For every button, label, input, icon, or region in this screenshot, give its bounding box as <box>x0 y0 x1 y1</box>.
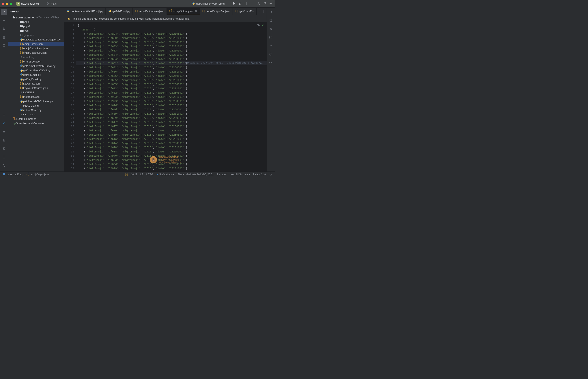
code-content[interactable]: { "2615": [ { "leftEmoji": "1fa84", "rig… <box>76 22 266 172</box>
project-tool-button[interactable] <box>1 9 7 15</box>
status-bar: downloadEmoji › emojiOutput.json {↓} 10:… <box>0 172 275 177</box>
services-tool-button[interactable] <box>1 137 7 143</box>
tree-item[interactable]: ›svgs <box>8 29 64 33</box>
more-tools-button[interactable] <box>1 51 7 57</box>
more-tabs-button[interactable]: ⋮ <box>262 10 265 13</box>
tree-item[interactable]: patchWordsToChinese.py <box>8 99 64 103</box>
editor-tab[interactable]: getAnimationWebPEmoji.py <box>64 8 106 15</box>
run-button[interactable] <box>233 2 236 6</box>
indent-status[interactable]: 2 spaces* <box>217 173 227 176</box>
tree-item[interactable]: getCountFromJSON.py <box>8 68 64 73</box>
project-name[interactable]: downloadEmoji <box>21 2 39 5</box>
line-number-gutter[interactable]: 1234567891011121314151617181920212223242… <box>64 22 76 172</box>
tree-item[interactable]: emojiOutput.json <box>8 42 64 46</box>
vcs-tool-button[interactable] <box>1 163 7 168</box>
breadcrumb-file[interactable]: emojiOutput.json <box>31 173 49 176</box>
minimize-window-button[interactable] <box>6 3 8 5</box>
chevron-down-icon[interactable]: ⌄ <box>259 10 261 13</box>
inspection-ok-icon[interactable] <box>261 24 265 28</box>
tree-item[interactable]: reduceSame.py <box>8 108 64 112</box>
close-window-button[interactable] <box>2 3 4 5</box>
breadcrumb-project[interactable]: downloadEmoji <box>7 173 23 176</box>
key-promoter-button[interactable] <box>268 60 274 65</box>
json-icon <box>20 51 23 54</box>
run-configuration[interactable]: getAnimationWebPEmoji ⌄ <box>192 2 229 6</box>
debug-button[interactable] <box>238 2 242 6</box>
code-with-me-button[interactable] <box>257 2 261 6</box>
tree-item[interactable]: emojiOutputNew.json <box>8 46 64 50</box>
tree-item[interactable]: ›pngs <box>8 20 64 24</box>
maximize-window-button[interactable] <box>10 3 12 5</box>
settings-button[interactable] <box>269 2 273 6</box>
python-icon <box>108 9 111 13</box>
interpreter-status[interactable]: Python 3.10 <box>253 173 266 176</box>
editor-tab[interactable]: emojiOutput.json✕ <box>167 8 200 15</box>
bookmarks-tool-button[interactable] <box>1 43 7 48</box>
tree-root[interactable]: ⌄ downloadEmoji ~/Documents/GitRepo <box>8 15 64 20</box>
json-nav-icon[interactable]: {↓} <box>125 173 128 176</box>
tree-item[interactable]: getMixEmoji.py <box>8 73 64 77</box>
blame-status[interactable]: Blame: Mintimate 2024/1/6, 00:01 <box>178 173 214 176</box>
coverage-button[interactable] <box>268 43 274 48</box>
tree-label: getAnimationWebPEmoji.py <box>23 64 56 67</box>
line-separator[interactable]: LF <box>140 173 143 176</box>
tree-item[interactable]: svg_raw.txt <box>8 112 64 117</box>
tree-item[interactable]: .gitignore <box>8 33 64 37</box>
structure-tool-button[interactable] <box>1 34 7 40</box>
tree-item[interactable]: emojiOutputSet.json <box>8 50 64 55</box>
problems-tool-button[interactable] <box>1 154 7 160</box>
file-encoding[interactable]: UTF-8 <box>146 173 153 176</box>
tree-item[interactable]: dataClearLoadMetaData.json.py <box>8 37 64 42</box>
chevron-right-icon[interactable]: › <box>10 118 12 120</box>
tree-label: emojiOutputNew.json <box>23 47 48 50</box>
todo-tool-button[interactable] <box>1 112 7 118</box>
svg-point-36 <box>271 29 271 29</box>
tree-arrow[interactable]: › <box>17 21 20 23</box>
lock-icon[interactable] <box>269 173 272 176</box>
cursor-position[interactable]: 10:29 <box>131 173 137 176</box>
more-actions-button[interactable] <box>245 2 248 6</box>
vcs-status[interactable]: ▲ 5 ∆/up-to-date <box>156 173 175 176</box>
python-console-button[interactable] <box>1 121 7 126</box>
database-tool-button[interactable] <box>268 18 274 23</box>
tree-item[interactable]: errorJSON.json <box>8 59 64 64</box>
vcs-branch[interactable]: main ⌄ <box>46 2 59 6</box>
editor-tab[interactable]: emojiOutputNew.json <box>133 8 167 15</box>
code-editor[interactable]: 1234567891011121314151617181920212223242… <box>64 22 266 172</box>
tree-arrow[interactable]: › <box>17 25 20 28</box>
editor-tab[interactable]: getCountFro <box>233 8 257 15</box>
project-panel-title[interactable]: Project ⌄ <box>8 8 64 15</box>
commit-tool-button[interactable] <box>1 18 7 23</box>
notifications-button[interactable] <box>268 9 274 15</box>
project-tree[interactable]: ⌄ downloadEmoji ~/Documents/GitRepo ›png… <box>8 15 64 172</box>
ai-assistant-button[interactable] <box>268 26 274 32</box>
timeline-button[interactable] <box>268 51 274 57</box>
tree-item[interactable]: metadata.json <box>8 95 64 99</box>
editor-tab[interactable]: getMixEmoji.py <box>106 8 133 15</box>
json-path-button[interactable]: {...} <box>268 34 274 40</box>
close-tab-button[interactable]: ✕ <box>195 10 197 13</box>
chevron-down-icon[interactable]: ⌄ <box>10 16 12 19</box>
tree-item[interactable]: error1.log <box>8 55 64 59</box>
tree-item[interactable]: getSvgEmoji.py <box>8 77 64 81</box>
search-everywhere-button[interactable] <box>263 2 266 6</box>
tree-item[interactable]: keywordsSource.json <box>8 86 64 90</box>
editor-tab[interactable]: emojiOutputSet.json <box>200 8 233 15</box>
tree-external-libraries[interactable]: › External Libraries <box>8 117 64 121</box>
tree-item[interactable]: M↓README.md <box>8 103 64 108</box>
schema-status[interactable]: No JSON schema <box>231 173 250 176</box>
tree-item[interactable]: LICENSE <box>8 90 64 95</box>
reader-mode-icon[interactable] <box>257 24 260 28</box>
packages-tool-button[interactable] <box>1 129 7 135</box>
pull-requests-button[interactable] <box>1 26 7 32</box>
tree-label: Scratches and Consoles <box>16 122 44 125</box>
chevron-right-icon[interactable]: › <box>10 122 12 124</box>
tree-arrow[interactable]: › <box>17 30 20 32</box>
tree-item[interactable]: ›pngs1 <box>8 24 64 29</box>
tree-item[interactable]: keywords.json <box>8 81 64 86</box>
tree-scratches[interactable]: › Scratches and Consoles <box>8 121 64 126</box>
file-size-warning: The file size (6.92 MB) exceeds the conf… <box>64 15 266 22</box>
tree-item[interactable]: getAnimationWebPEmoji.py <box>8 64 64 68</box>
chevron-down-icon[interactable]: ⌄ <box>41 3 43 5</box>
terminal-tool-button[interactable] <box>1 146 7 151</box>
